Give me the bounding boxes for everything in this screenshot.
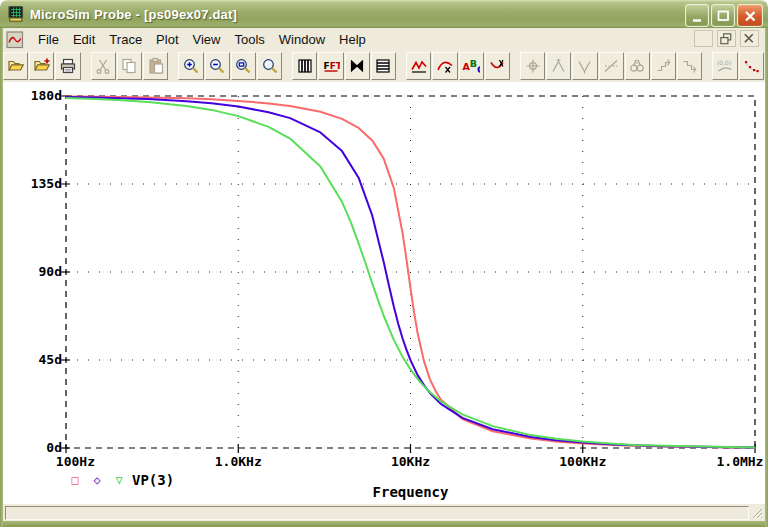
smile-icon bbox=[488, 57, 506, 75]
hbars-icon bbox=[374, 57, 392, 75]
eval-goal-function-button[interactable] bbox=[432, 52, 457, 80]
vbars-icon bbox=[296, 57, 314, 75]
y-tick-label: 90d bbox=[10, 264, 62, 279]
y-tick-label: 180d bbox=[10, 88, 62, 103]
minimize-button[interactable] bbox=[685, 4, 709, 27]
svg-text:FFT: FFT bbox=[324, 61, 341, 71]
goal-icon bbox=[436, 57, 454, 75]
y-tick-label: 135d bbox=[10, 176, 62, 191]
cursor-search-button bbox=[625, 52, 650, 80]
add-trace-button[interactable] bbox=[406, 52, 431, 80]
status-bar bbox=[3, 504, 765, 521]
menu-view[interactable]: View bbox=[186, 30, 228, 49]
zoom-area-button[interactable] bbox=[231, 52, 256, 80]
x-tick-label: 1.0MHz bbox=[716, 454, 763, 469]
trough-icon bbox=[576, 57, 594, 75]
scissors-icon bbox=[94, 57, 112, 75]
fourier-button[interactable]: FFT bbox=[318, 52, 343, 80]
cursor-next-button bbox=[651, 52, 676, 80]
close-button[interactable] bbox=[737, 4, 763, 27]
menu-tools[interactable]: Tools bbox=[227, 30, 271, 49]
title-bar[interactable]: MicroSim Probe - [ps09ex07.dat] bbox=[0, 0, 768, 28]
toolbar: FFTABC(0,0) bbox=[3, 50, 765, 83]
mark-data-points-button[interactable] bbox=[739, 52, 764, 80]
copy-button bbox=[117, 52, 142, 80]
x-tick-label: 100Hz bbox=[56, 454, 95, 469]
x-tick-label: 1.0KHz bbox=[215, 454, 262, 469]
probe-window: MicroSim Probe - [ps09ex07.dat] FileEdit… bbox=[0, 0, 768, 527]
menu-trace[interactable]: Trace bbox=[102, 30, 149, 49]
binoculars-icon bbox=[628, 57, 646, 75]
printer-icon bbox=[59, 57, 77, 75]
y-tick-label: 45d bbox=[10, 352, 62, 367]
insert-marker-button[interactable] bbox=[485, 52, 510, 80]
fft-icon: FFT bbox=[322, 57, 340, 75]
chart-canvas[interactable] bbox=[0, 82, 768, 504]
svg-text:(0,0): (0,0) bbox=[717, 59, 731, 66]
maximize-button[interactable] bbox=[711, 4, 735, 27]
bowtie-icon bbox=[348, 57, 366, 75]
print-button[interactable] bbox=[55, 52, 80, 80]
app-icon bbox=[7, 5, 25, 23]
x-tick-label: 10KHz bbox=[391, 454, 430, 469]
plot-client-area[interactable]: 0d45d90d135d180d 100Hz1.0KHz10KHz100KHz1… bbox=[0, 82, 768, 504]
wave-icon bbox=[410, 57, 428, 75]
paste-button bbox=[143, 52, 168, 80]
resize-grip[interactable] bbox=[751, 507, 763, 519]
zoom-in-button[interactable] bbox=[178, 52, 203, 80]
status-message bbox=[5, 506, 749, 520]
child-minimize-button[interactable]: undefined bbox=[694, 30, 713, 47]
folder-icon bbox=[7, 57, 25, 75]
log-y-axis-button[interactable] bbox=[371, 52, 396, 80]
text-label-button[interactable]: ABC bbox=[459, 52, 484, 80]
copy-icon bbox=[120, 57, 138, 75]
step2-icon bbox=[681, 57, 699, 75]
child-close-button[interactable] bbox=[740, 30, 759, 47]
child-window-icon[interactable] bbox=[6, 31, 23, 48]
menu-window[interactable]: Window bbox=[272, 30, 332, 49]
log-x-axis-button[interactable] bbox=[292, 52, 317, 80]
mag-icon bbox=[261, 57, 279, 75]
abc-icon: ABC bbox=[462, 57, 480, 75]
cursor-toggle-button bbox=[520, 52, 545, 80]
cursor-peak-button bbox=[546, 52, 571, 80]
step1-icon bbox=[655, 57, 673, 75]
peak-icon bbox=[550, 57, 568, 75]
menu-items: FileEditTracePlotViewToolsWindowHelp bbox=[31, 30, 373, 49]
cursor-trough-button bbox=[572, 52, 597, 80]
folder-plus-icon bbox=[33, 57, 51, 75]
mark-point-button: (0,0) bbox=[712, 52, 737, 80]
mag-minus-icon bbox=[208, 57, 226, 75]
window-title: MicroSim Probe - [ps09ex07.dat] bbox=[30, 7, 237, 22]
paste-icon bbox=[147, 57, 165, 75]
cut-button bbox=[91, 52, 116, 80]
open-file-button[interactable] bbox=[3, 52, 28, 80]
append-file-button[interactable] bbox=[29, 52, 54, 80]
window-controls bbox=[685, 4, 763, 27]
zoom-fit-button[interactable] bbox=[257, 52, 282, 80]
window-frame-bottom bbox=[0, 521, 768, 527]
child-window-controls: undefined bbox=[694, 30, 759, 47]
cursor-transition-button bbox=[677, 52, 702, 80]
svg-text:ABC: ABC bbox=[463, 58, 481, 75]
menu-plot[interactable]: Plot bbox=[149, 30, 185, 49]
x-axis-title: Frequency bbox=[66, 484, 755, 500]
window-frame-left bbox=[0, 28, 3, 527]
slope-icon bbox=[602, 57, 620, 75]
menu-bar: FileEditTracePlotViewToolsWindowHelp und… bbox=[3, 28, 765, 51]
menu-edit[interactable]: Edit bbox=[66, 30, 102, 49]
y-tick-label: 0d bbox=[10, 440, 62, 455]
point00-icon: (0,0) bbox=[716, 57, 734, 75]
mag-plus-icon bbox=[182, 57, 200, 75]
reddots-icon bbox=[742, 57, 760, 75]
menu-file[interactable]: File bbox=[31, 30, 66, 49]
cursor-icon bbox=[524, 57, 542, 75]
performance-analysis-button[interactable] bbox=[345, 52, 370, 80]
x-tick-label: 100KHz bbox=[559, 454, 606, 469]
child-restore-button[interactable] bbox=[717, 30, 736, 47]
zoom-out-button[interactable] bbox=[205, 52, 230, 80]
menu-help[interactable]: Help bbox=[332, 30, 373, 49]
mag-rect-icon bbox=[234, 57, 252, 75]
cursor-slope-button bbox=[599, 52, 624, 80]
